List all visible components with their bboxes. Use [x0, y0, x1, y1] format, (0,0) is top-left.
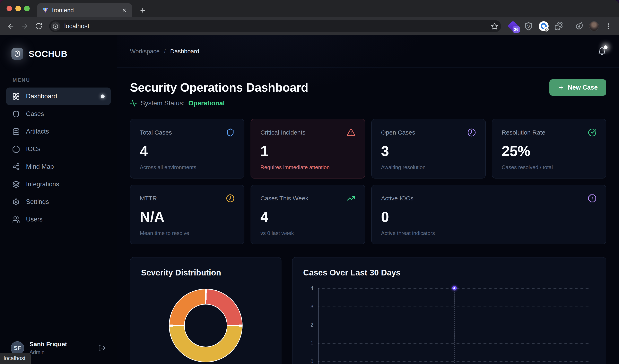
app-root: SOCHUB MENU Dashboard Cases Artifacts: [0, 35, 619, 364]
stat-value: 4: [260, 209, 355, 225]
stat-card-active-iocs: Active IOCs 0 Active threat indicators: [371, 185, 606, 244]
extension-badge: 26: [513, 26, 520, 33]
page-header: Security Operations Dashboard System Sta…: [117, 68, 619, 107]
browser-toolbar: localhost 26 S: [0, 17, 619, 35]
stat-title: Critical Incidents: [260, 128, 305, 136]
alert-triangle-icon: [347, 128, 355, 137]
stat-title: Active IOCs: [381, 194, 413, 202]
tab-close-icon[interactable]: [122, 8, 127, 13]
breadcrumb: Workspace / Dashboard: [117, 35, 619, 68]
sidebar-item-cases[interactable]: Cases: [6, 105, 111, 123]
url-text: localhost: [64, 23, 89, 30]
trending-up-icon: [347, 194, 355, 203]
stat-subtext: vs 0 last week: [260, 230, 355, 236]
browser-window: frontend localhost: [0, 0, 619, 364]
traffic-lights: [7, 6, 30, 11]
stat-title: Cases This Week: [260, 194, 308, 202]
page-title: Security Operations Dashboard: [130, 81, 606, 94]
y-tick-label: 3: [310, 303, 313, 310]
svg-text:S: S: [527, 24, 530, 28]
notification-bell-icon[interactable]: [598, 47, 606, 56]
shield-icon: [226, 128, 235, 137]
active-indicator-dot: [101, 94, 105, 98]
vite-favicon-icon: [42, 7, 48, 13]
stat-card-open-cases: Open Cases 3 Awaiting resolution: [371, 119, 486, 178]
clock-icon: [467, 128, 476, 137]
breadcrumb-separator: /: [164, 48, 166, 55]
password-manager-extension-icon[interactable]: [539, 21, 549, 31]
logout-icon[interactable]: [98, 344, 106, 352]
zoom-window-button[interactable]: [24, 6, 30, 11]
brand: SOCHUB: [0, 35, 117, 60]
stat-title: MTTR: [140, 194, 157, 202]
back-icon[interactable]: [5, 20, 17, 32]
tab-title: frontend: [52, 7, 74, 14]
extensions-puzzle-icon[interactable]: [554, 22, 563, 30]
sidebar-item-mind-map[interactable]: Mind Map: [6, 158, 111, 175]
stat-subtext: Active threat indicators: [381, 230, 597, 236]
tab-strip: frontend: [0, 0, 619, 17]
severity-donut[interactable]: [169, 289, 243, 362]
browser-tab[interactable]: frontend: [37, 3, 132, 17]
charts-row: Severity Distribution Cases Over Last 30…: [130, 257, 606, 364]
notification-dot: [604, 45, 607, 49]
stat-value: 1: [260, 143, 355, 159]
system-status: System Status: Operational: [130, 99, 606, 107]
data-point[interactable]: [452, 286, 457, 290]
database-icon: [12, 128, 20, 135]
plus-icon: [558, 84, 564, 91]
stat-value: 3: [381, 143, 476, 159]
sidebar-item-settings[interactable]: Settings: [6, 193, 111, 211]
sidebar: SOCHUB MENU Dashboard Cases Artifacts: [0, 35, 117, 364]
address-bar[interactable]: localhost: [49, 20, 501, 32]
stat-card-mttr: MTTR N/A Mean time to resolve: [130, 185, 244, 244]
shield-s-extension-icon[interactable]: S: [524, 22, 533, 31]
user-name: Santi Friquet: [29, 341, 67, 348]
clock-icon: [226, 194, 235, 203]
minimize-window-button[interactable]: [15, 6, 21, 11]
site-info-icon[interactable]: [51, 21, 60, 31]
chart-title: Cases Over Last 30 Days: [303, 268, 401, 277]
sidebar-item-label: Dashboard: [26, 93, 57, 100]
stat-title: Open Cases: [381, 128, 415, 136]
stat-card-resolution-rate: Resolution Rate 25% Cases resolved / tot…: [492, 119, 606, 178]
sidebar-item-integrations[interactable]: Integrations: [6, 175, 111, 193]
stat-subtext: Requires immediate attention: [260, 164, 355, 171]
line-chart-plot[interactable]: 4 3 2 1 0: [318, 288, 590, 361]
sidebar-item-artifacts[interactable]: Artifacts: [6, 123, 111, 140]
activity-icon: [130, 100, 137, 107]
stat-card-critical-incidents: Critical Incidents 1 Requires immediate …: [251, 119, 365, 178]
gear-icon: [12, 198, 20, 206]
breadcrumb-parent[interactable]: Workspace: [130, 48, 160, 55]
close-window-button[interactable]: [7, 6, 12, 11]
sidebar-item-label: Users: [26, 216, 42, 223]
layout-grid-icon: [12, 93, 20, 100]
y-tick-label: 2: [310, 322, 313, 328]
battery-saver-leaf-icon[interactable]: [575, 22, 583, 30]
reload-icon[interactable]: [33, 20, 45, 32]
bookmark-star-icon[interactable]: [491, 23, 498, 30]
stat-subtext: Cases resolved / total: [502, 164, 596, 171]
stat-title: Total Cases: [140, 128, 172, 136]
sidebar-item-iocs[interactable]: IOCs: [6, 140, 111, 158]
browser-profile-avatar[interactable]: [589, 21, 599, 31]
status-value: Operational: [188, 99, 225, 107]
y-tick-label: 4: [310, 285, 313, 291]
sidebar-item-label: IOCs: [26, 145, 41, 153]
new-tab-button[interactable]: [138, 5, 148, 15]
browser-menu-icon[interactable]: [605, 23, 612, 30]
sidebar-item-dashboard[interactable]: Dashboard: [6, 88, 111, 105]
cases-over-time-card: Cases Over Last 30 Days 4 3 2 1 0: [292, 257, 606, 364]
extension-pin-icon[interactable]: 26: [508, 21, 518, 31]
brand-name: SOCHUB: [29, 49, 67, 59]
sidebar-item-users[interactable]: Users: [6, 211, 111, 228]
octagon-alert-icon: [588, 194, 596, 203]
donut-hole: [184, 304, 227, 347]
stat-value: 25%: [502, 143, 596, 159]
user-role: Admin: [29, 349, 67, 355]
stat-value: N/A: [140, 209, 235, 225]
forward-icon[interactable]: [19, 20, 31, 32]
new-case-button[interactable]: New Case: [549, 79, 606, 96]
status-label: System Status:: [141, 99, 185, 107]
stats-grid: Total Cases 4 Across all environments Cr…: [130, 119, 606, 244]
